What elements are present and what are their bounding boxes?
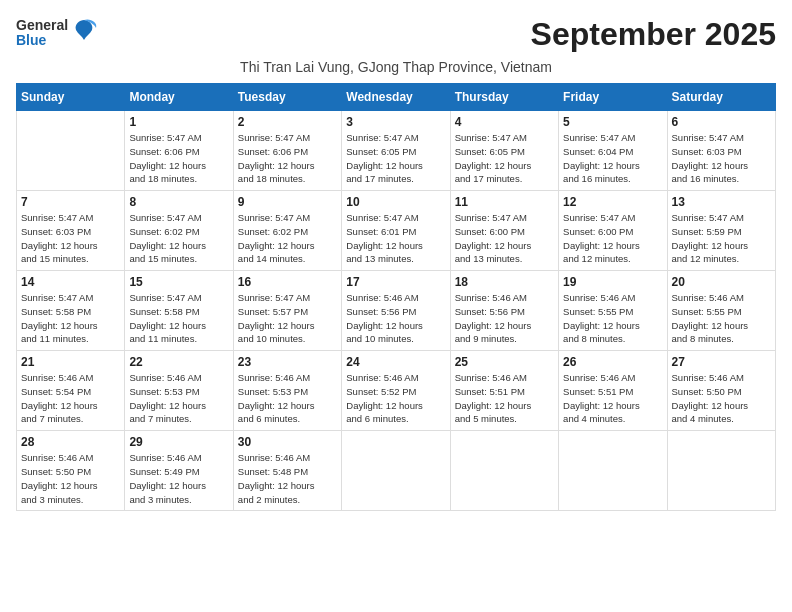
- day-number: 3: [346, 115, 445, 129]
- day-number: 1: [129, 115, 228, 129]
- day-number: 6: [672, 115, 771, 129]
- logo: General Blue: [16, 16, 98, 50]
- calendar-cell: 19Sunrise: 5:46 AM Sunset: 5:55 PM Dayli…: [559, 271, 667, 351]
- day-number: 16: [238, 275, 337, 289]
- calendar-cell: [342, 431, 450, 511]
- calendar-cell: 18Sunrise: 5:46 AM Sunset: 5:56 PM Dayli…: [450, 271, 558, 351]
- calendar-cell: 27Sunrise: 5:46 AM Sunset: 5:50 PM Dayli…: [667, 351, 775, 431]
- day-info: Sunrise: 5:46 AM Sunset: 5:56 PM Dayligh…: [455, 291, 554, 346]
- day-number: 17: [346, 275, 445, 289]
- header-wednesday: Wednesday: [342, 84, 450, 111]
- calendar-cell: 22Sunrise: 5:46 AM Sunset: 5:53 PM Dayli…: [125, 351, 233, 431]
- month-year-title: September 2025: [531, 16, 776, 53]
- calendar-cell: 3Sunrise: 5:47 AM Sunset: 6:05 PM Daylig…: [342, 111, 450, 191]
- calendar-cell: 26Sunrise: 5:46 AM Sunset: 5:51 PM Dayli…: [559, 351, 667, 431]
- header: General Blue September 2025: [16, 16, 776, 53]
- day-info: Sunrise: 5:46 AM Sunset: 5:48 PM Dayligh…: [238, 451, 337, 506]
- day-number: 22: [129, 355, 228, 369]
- day-info: Sunrise: 5:46 AM Sunset: 5:51 PM Dayligh…: [455, 371, 554, 426]
- calendar-cell: 30Sunrise: 5:46 AM Sunset: 5:48 PM Dayli…: [233, 431, 341, 511]
- calendar-cell: 10Sunrise: 5:47 AM Sunset: 6:01 PM Dayli…: [342, 191, 450, 271]
- day-info: Sunrise: 5:47 AM Sunset: 6:03 PM Dayligh…: [21, 211, 120, 266]
- day-number: 10: [346, 195, 445, 209]
- calendar-cell: 11Sunrise: 5:47 AM Sunset: 6:00 PM Dayli…: [450, 191, 558, 271]
- calendar-cell: 4Sunrise: 5:47 AM Sunset: 6:05 PM Daylig…: [450, 111, 558, 191]
- day-info: Sunrise: 5:46 AM Sunset: 5:52 PM Dayligh…: [346, 371, 445, 426]
- title-section: September 2025: [531, 16, 776, 53]
- calendar-header-row: SundayMondayTuesdayWednesdayThursdayFrid…: [17, 84, 776, 111]
- calendar-cell: 25Sunrise: 5:46 AM Sunset: 5:51 PM Dayli…: [450, 351, 558, 431]
- bird-icon: [70, 16, 98, 50]
- week-row-1: 1Sunrise: 5:47 AM Sunset: 6:06 PM Daylig…: [17, 111, 776, 191]
- calendar-cell: [667, 431, 775, 511]
- day-info: Sunrise: 5:47 AM Sunset: 6:05 PM Dayligh…: [346, 131, 445, 186]
- calendar-cell: 12Sunrise: 5:47 AM Sunset: 6:00 PM Dayli…: [559, 191, 667, 271]
- calendar-cell: 28Sunrise: 5:46 AM Sunset: 5:50 PM Dayli…: [17, 431, 125, 511]
- calendar-cell: 17Sunrise: 5:46 AM Sunset: 5:56 PM Dayli…: [342, 271, 450, 351]
- day-info: Sunrise: 5:46 AM Sunset: 5:56 PM Dayligh…: [346, 291, 445, 346]
- day-info: Sunrise: 5:47 AM Sunset: 5:57 PM Dayligh…: [238, 291, 337, 346]
- day-info: Sunrise: 5:46 AM Sunset: 5:54 PM Dayligh…: [21, 371, 120, 426]
- header-saturday: Saturday: [667, 84, 775, 111]
- day-number: 19: [563, 275, 662, 289]
- day-number: 18: [455, 275, 554, 289]
- day-number: 8: [129, 195, 228, 209]
- header-thursday: Thursday: [450, 84, 558, 111]
- day-info: Sunrise: 5:47 AM Sunset: 6:02 PM Dayligh…: [238, 211, 337, 266]
- day-number: 26: [563, 355, 662, 369]
- day-info: Sunrise: 5:46 AM Sunset: 5:50 PM Dayligh…: [672, 371, 771, 426]
- logo-general: General: [16, 18, 68, 33]
- calendar-cell: 21Sunrise: 5:46 AM Sunset: 5:54 PM Dayli…: [17, 351, 125, 431]
- header-sunday: Sunday: [17, 84, 125, 111]
- calendar-cell: 2Sunrise: 5:47 AM Sunset: 6:06 PM Daylig…: [233, 111, 341, 191]
- day-info: Sunrise: 5:47 AM Sunset: 5:58 PM Dayligh…: [21, 291, 120, 346]
- day-number: 30: [238, 435, 337, 449]
- day-info: Sunrise: 5:46 AM Sunset: 5:53 PM Dayligh…: [129, 371, 228, 426]
- day-info: Sunrise: 5:47 AM Sunset: 6:00 PM Dayligh…: [563, 211, 662, 266]
- day-number: 20: [672, 275, 771, 289]
- calendar-cell: [450, 431, 558, 511]
- day-number: 12: [563, 195, 662, 209]
- day-info: Sunrise: 5:46 AM Sunset: 5:55 PM Dayligh…: [672, 291, 771, 346]
- day-number: 4: [455, 115, 554, 129]
- calendar-cell: 9Sunrise: 5:47 AM Sunset: 6:02 PM Daylig…: [233, 191, 341, 271]
- day-number: 14: [21, 275, 120, 289]
- day-info: Sunrise: 5:47 AM Sunset: 5:59 PM Dayligh…: [672, 211, 771, 266]
- location-subtitle: Thi Tran Lai Vung, GJong Thap Province, …: [16, 59, 776, 75]
- calendar-cell: 29Sunrise: 5:46 AM Sunset: 5:49 PM Dayli…: [125, 431, 233, 511]
- calendar-cell: 14Sunrise: 5:47 AM Sunset: 5:58 PM Dayli…: [17, 271, 125, 351]
- day-info: Sunrise: 5:46 AM Sunset: 5:53 PM Dayligh…: [238, 371, 337, 426]
- day-number: 23: [238, 355, 337, 369]
- day-number: 7: [21, 195, 120, 209]
- calendar-cell: 1Sunrise: 5:47 AM Sunset: 6:06 PM Daylig…: [125, 111, 233, 191]
- calendar-cell: 7Sunrise: 5:47 AM Sunset: 6:03 PM Daylig…: [17, 191, 125, 271]
- calendar-cell: 20Sunrise: 5:46 AM Sunset: 5:55 PM Dayli…: [667, 271, 775, 351]
- calendar-cell: 5Sunrise: 5:47 AM Sunset: 6:04 PM Daylig…: [559, 111, 667, 191]
- header-monday: Monday: [125, 84, 233, 111]
- day-info: Sunrise: 5:47 AM Sunset: 6:06 PM Dayligh…: [238, 131, 337, 186]
- header-friday: Friday: [559, 84, 667, 111]
- day-number: 29: [129, 435, 228, 449]
- day-info: Sunrise: 5:47 AM Sunset: 6:00 PM Dayligh…: [455, 211, 554, 266]
- logo-blue: Blue: [16, 33, 68, 48]
- calendar-cell: 13Sunrise: 5:47 AM Sunset: 5:59 PM Dayli…: [667, 191, 775, 271]
- calendar-cell: [559, 431, 667, 511]
- day-number: 21: [21, 355, 120, 369]
- calendar-cell: 24Sunrise: 5:46 AM Sunset: 5:52 PM Dayli…: [342, 351, 450, 431]
- day-info: Sunrise: 5:47 AM Sunset: 6:01 PM Dayligh…: [346, 211, 445, 266]
- calendar-cell: 16Sunrise: 5:47 AM Sunset: 5:57 PM Dayli…: [233, 271, 341, 351]
- day-info: Sunrise: 5:47 AM Sunset: 6:05 PM Dayligh…: [455, 131, 554, 186]
- day-info: Sunrise: 5:47 AM Sunset: 5:58 PM Dayligh…: [129, 291, 228, 346]
- day-number: 11: [455, 195, 554, 209]
- calendar-cell: 6Sunrise: 5:47 AM Sunset: 6:03 PM Daylig…: [667, 111, 775, 191]
- day-number: 24: [346, 355, 445, 369]
- day-info: Sunrise: 5:46 AM Sunset: 5:49 PM Dayligh…: [129, 451, 228, 506]
- day-number: 28: [21, 435, 120, 449]
- week-row-4: 21Sunrise: 5:46 AM Sunset: 5:54 PM Dayli…: [17, 351, 776, 431]
- day-info: Sunrise: 5:47 AM Sunset: 6:02 PM Dayligh…: [129, 211, 228, 266]
- day-number: 25: [455, 355, 554, 369]
- day-info: Sunrise: 5:47 AM Sunset: 6:04 PM Dayligh…: [563, 131, 662, 186]
- day-number: 9: [238, 195, 337, 209]
- day-number: 5: [563, 115, 662, 129]
- day-number: 15: [129, 275, 228, 289]
